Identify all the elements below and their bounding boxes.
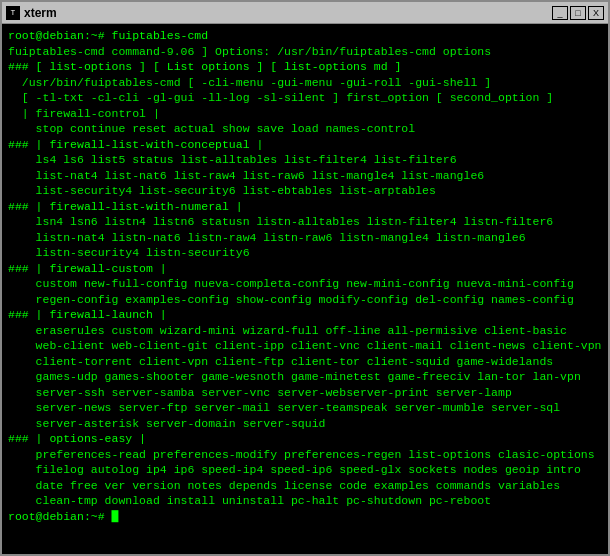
titlebar: T xterm _ □ X (2, 2, 608, 24)
maximize-button[interactable]: □ (570, 6, 586, 20)
titlebar-left: T xterm (6, 6, 57, 20)
close-button[interactable]: X (588, 6, 604, 20)
terminal-output[interactable]: root@debian:~# fuiptables-cmd fuiptables… (2, 24, 608, 554)
window-controls: _ □ X (552, 6, 604, 20)
window-title: xterm (24, 6, 57, 20)
minimize-button[interactable]: _ (552, 6, 568, 20)
xterm-window: T xterm _ □ X root@debian:~# fuiptables-… (0, 0, 610, 556)
xterm-icon: T (6, 6, 20, 20)
